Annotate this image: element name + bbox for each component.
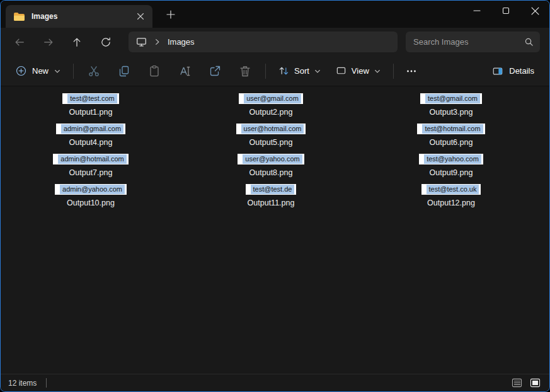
window-caption-controls	[462, 1, 549, 21]
search-input[interactable]	[413, 37, 524, 47]
file-thumbnail-text: test@test.de	[251, 185, 295, 194]
file-thumbnail-text: admin@hotmail.com	[58, 154, 126, 164]
file-thumbnail: test@test.co.uk	[421, 184, 481, 195]
item-count: 12 items	[8, 379, 37, 388]
tab-close-icon[interactable]	[132, 8, 149, 25]
sort-button-label: Sort	[294, 66, 309, 76]
file-thumbnail: user@yahoo.com	[238, 154, 304, 164]
navigation-bar: Images	[1, 28, 549, 56]
new-button[interactable]: New	[8, 61, 68, 81]
cut-icon[interactable]	[79, 60, 109, 83]
search-box	[406, 32, 540, 52]
file-name: Output7.png	[69, 168, 113, 177]
file-thumbnail-text: test@yahoo.com	[424, 154, 481, 164]
file-name: Output10.png	[67, 199, 115, 207]
copy-icon[interactable]	[109, 60, 139, 83]
command-toolbar: New	[1, 56, 549, 86]
file-thumbnail: test@yahoo.com	[419, 154, 483, 164]
file-thumbnail: test@test.de	[246, 184, 297, 195]
details-button[interactable]: Details	[486, 60, 541, 83]
rename-icon[interactable]	[169, 60, 200, 83]
status-divider	[46, 378, 47, 388]
toolbar-divider	[393, 64, 394, 79]
file-item[interactable]: user@hotmail.com Output5.png	[181, 124, 361, 154]
file-explorer-window: Images	[0, 0, 550, 392]
file-item[interactable]: test@test.co.uk Output12.png	[361, 184, 541, 214]
file-name: Output2.png	[249, 108, 293, 117]
file-name: Output9.png	[430, 168, 473, 177]
chevron-down-icon	[314, 68, 321, 74]
address-bar[interactable]: Images	[129, 32, 398, 52]
file-item[interactable]: test@hotmail.com Output6.png	[361, 124, 541, 154]
more-options-icon[interactable]	[399, 60, 424, 83]
file-thumbnail: user@hotmail.com	[236, 124, 306, 134]
tab-bar: Images	[1, 1, 549, 28]
file-thumbnail: admin@yahoo.com	[55, 184, 127, 195]
breadcrumb-folder[interactable]: Images	[168, 37, 195, 47]
details-pane-icon	[492, 66, 503, 77]
file-thumbnail-text: test@hotmail.com	[422, 124, 483, 134]
file-name: Output4.png	[69, 138, 113, 147]
maximize-button[interactable]	[491, 1, 520, 21]
file-thumbnail: user@gmail.com	[239, 93, 303, 104]
tab-title: Images	[32, 12, 126, 21]
file-item[interactable]: test@test.de Output11.png	[181, 184, 361, 214]
view-button[interactable]: View	[328, 60, 388, 83]
file-thumbnail: admin@gmail.com	[56, 124, 125, 134]
file-item[interactable]: test@gmail.com Output3.png	[361, 93, 541, 124]
close-button[interactable]	[520, 1, 549, 21]
new-plus-icon	[16, 66, 26, 76]
status-view-toggles	[510, 377, 542, 389]
file-name: Output1.png	[69, 108, 113, 117]
sort-button[interactable]: Sort	[271, 60, 328, 83]
file-item[interactable]: admin@yahoo.com Output10.png	[1, 184, 181, 214]
file-item[interactable]: admin@gmail.com Output4.png	[1, 124, 181, 154]
chevron-down-icon	[374, 68, 381, 74]
file-thumbnail-text: test@test.co.uk	[427, 185, 479, 194]
paste-icon[interactable]	[139, 60, 169, 83]
file-grid: test@test.com Output1.png user@gmail.com…	[1, 86, 549, 214]
forward-icon[interactable]	[40, 33, 57, 52]
file-thumbnail: test@gmail.com	[420, 93, 482, 104]
toolbar-divider	[73, 64, 74, 79]
file-thumbnail-text: user@gmail.com	[244, 94, 301, 103]
view-icon	[336, 66, 347, 76]
breadcrumb-chevron-icon[interactable]	[154, 38, 161, 45]
file-name: Output3.png	[430, 108, 473, 117]
file-item[interactable]: admin@hotmail.com Output7.png	[1, 154, 181, 184]
share-icon[interactable]	[200, 60, 230, 83]
folder-icon	[13, 12, 25, 21]
delete-icon[interactable]	[230, 60, 260, 83]
file-thumbnail-text: user@hotmail.com	[241, 124, 304, 134]
file-thumbnail: test@test.com	[62, 93, 118, 104]
file-name: Output6.png	[430, 138, 473, 147]
new-button-label: New	[32, 66, 49, 76]
file-thumbnail: test@hotmail.com	[417, 124, 484, 134]
this-pc-icon[interactable]	[136, 37, 147, 47]
thumbnail-view-icon[interactable]	[528, 377, 542, 389]
file-thumbnail-text: user@yahoo.com	[243, 154, 302, 164]
status-bar: 12 items	[1, 374, 549, 391]
file-item[interactable]: test@test.com Output1.png	[1, 93, 181, 124]
file-name: Output8.png	[249, 168, 293, 177]
file-item[interactable]: user@gmail.com Output2.png	[181, 93, 361, 124]
file-thumbnail-text: admin@gmail.com	[61, 124, 123, 134]
file-item[interactable]: test@yahoo.com Output9.png	[361, 154, 541, 184]
search-icon[interactable]	[524, 37, 534, 47]
view-button-label: View	[352, 66, 369, 76]
file-name: Output12.png	[427, 199, 475, 207]
minimize-button[interactable]	[462, 1, 491, 21]
back-icon[interactable]	[11, 33, 28, 52]
sort-arrows-icon	[278, 66, 289, 76]
refresh-icon[interactable]	[97, 33, 115, 52]
file-thumbnail-text: admin@yahoo.com	[60, 185, 125, 194]
details-button-label: Details	[509, 66, 534, 76]
details-view-icon[interactable]	[510, 377, 524, 389]
file-thumbnail-text: test@gmail.com	[425, 94, 480, 103]
new-tab-button[interactable]	[161, 5, 180, 24]
tab-images[interactable]: Images	[6, 5, 152, 28]
file-name: Output5.png	[249, 138, 293, 147]
file-item[interactable]: user@yahoo.com Output8.png	[181, 154, 361, 184]
file-list-area: test@test.com Output1.png user@gmail.com…	[1, 86, 549, 374]
up-icon[interactable]	[68, 33, 86, 52]
